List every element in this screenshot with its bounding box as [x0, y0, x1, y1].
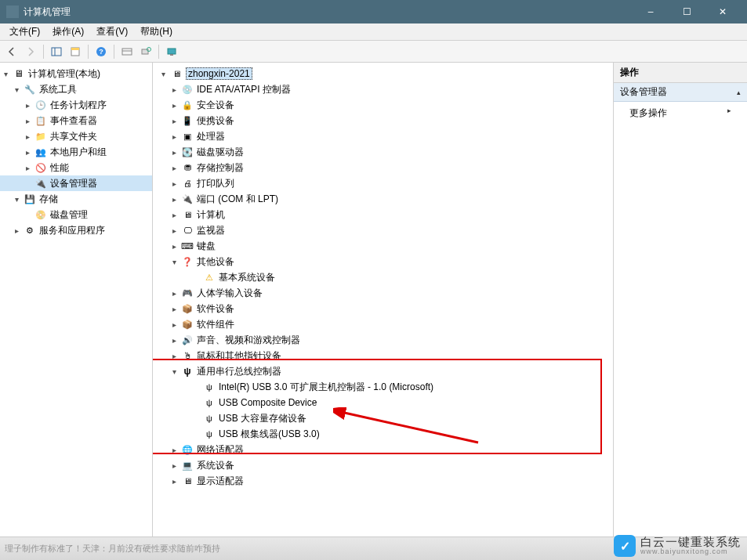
dev-computers[interactable]: ▸计算机	[153, 207, 613, 222]
menu-help[interactable]: 帮助(H)	[134, 23, 179, 40]
ide-icon	[181, 83, 194, 96]
show-hide-tree-button[interactable]	[48, 43, 65, 60]
window-title: 计算机管理	[24, 5, 633, 19]
action-more-actions[interactable]: 更多操作 ▸	[614, 102, 747, 125]
dev-portable[interactable]: ▸便携设备	[153, 113, 613, 128]
dev-keyboards[interactable]: ▸键盘	[153, 238, 613, 254]
tree-task-scheduler[interactable]: ▸任务计划程序	[0, 97, 152, 113]
usb-device-icon	[203, 381, 216, 393]
tree-disk-management[interactable]: ▸磁盘管理	[0, 207, 152, 222]
properties-button[interactable]	[67, 43, 84, 60]
actions-section-label: 设备管理器	[620, 85, 667, 99]
disk-icon	[34, 208, 47, 221]
back-button[interactable]	[3, 43, 20, 60]
dev-monitors[interactable]: ▸监视器	[153, 222, 613, 238]
actions-section-device-manager[interactable]: 设备管理器 ▴	[614, 83, 747, 102]
dev-other-devices[interactable]: ▾其他设备	[153, 254, 613, 269]
computer-icon	[181, 208, 194, 221]
menu-action[interactable]: 操作(A)	[46, 23, 90, 40]
security-icon	[181, 99, 194, 111]
dev-usb-controllers[interactable]: ▾通用串行总线控制器	[153, 363, 613, 379]
usb-device-icon	[203, 428, 216, 440]
folder-icon	[34, 130, 47, 143]
other-devices-icon	[181, 255, 194, 268]
console-tree-panel: ▾计算机管理(本地) ▾系统工具 ▸任务计划程序 ▸事件查看器 ▸共享文件夹 ▸…	[0, 63, 153, 537]
system-device-icon	[181, 459, 194, 471]
users-icon	[34, 146, 47, 158]
storage-icon	[24, 193, 36, 205]
dev-basic-system-device[interactable]: 基本系统设备	[153, 269, 613, 285]
storage-ctrl-icon	[181, 161, 194, 174]
tree-storage[interactable]: ▾存储	[0, 191, 152, 207]
dev-system-devices[interactable]: ▸系统设备	[153, 457, 613, 473]
view-button[interactable]	[118, 43, 136, 60]
display-icon	[181, 475, 194, 487]
dev-software-devices[interactable]: ▸软件设备	[153, 301, 613, 316]
tree-device-manager[interactable]: ▸设备管理器	[0, 175, 152, 191]
device-tree[interactable]: ▾zhongxin-2021 ▸IDE ATA/ATAPI 控制器 ▸安全设备 …	[153, 66, 613, 489]
dev-sound[interactable]: ▸声音、视频和游戏控制器	[153, 332, 613, 348]
tree-shared-folders[interactable]: ▸共享文件夹	[0, 128, 152, 144]
menu-view[interactable]: 查看(V)	[90, 23, 134, 40]
svg-rect-0	[52, 48, 61, 56]
portable-icon	[181, 114, 194, 127]
console-tree[interactable]: ▾计算机管理(本地) ▾系统工具 ▸任务计划程序 ▸事件查看器 ▸共享文件夹 ▸…	[0, 66, 152, 238]
maximize-button[interactable]: ☐	[669, 0, 705, 23]
forward-button[interactable]	[22, 43, 39, 60]
tree-event-viewer[interactable]: ▸事件查看器	[0, 113, 152, 128]
toolbar-separator	[43, 45, 44, 59]
help-button[interactable]: ?	[92, 43, 110, 60]
dev-network-adapters[interactable]: ▸网络适配器	[153, 442, 613, 457]
toolbar-separator-3	[114, 45, 114, 59]
watermark-url: www.baiyunxitong.com	[640, 548, 741, 556]
minimize-button[interactable]: –	[633, 0, 669, 23]
dev-ide[interactable]: ▸IDE ATA/ATAPI 控制器	[153, 81, 613, 97]
network-icon	[181, 443, 194, 456]
clock-icon	[34, 99, 47, 111]
dev-software-components[interactable]: ▸软件组件	[153, 316, 613, 332]
dev-print-queues[interactable]: ▸打印队列	[153, 175, 613, 191]
dev-security[interactable]: ▸安全设备	[153, 97, 613, 113]
printer-icon	[181, 177, 194, 190]
toolbar-separator-4	[158, 45, 159, 59]
drive-icon	[181, 146, 194, 158]
dev-ports[interactable]: ▸端口 (COM 和 LPT)	[153, 191, 613, 207]
dev-storage-controllers[interactable]: ▸存储控制器	[153, 160, 613, 175]
main-content: ▾计算机管理(本地) ▾系统工具 ▸任务计划程序 ▸事件查看器 ▸共享文件夹 ▸…	[0, 63, 747, 537]
keyboard-icon	[181, 240, 194, 252]
tree-root-computer-management[interactable]: ▾计算机管理(本地)	[0, 66, 152, 81]
dev-disk-drives[interactable]: ▸磁盘驱动器	[153, 144, 613, 160]
unknown-device-icon	[203, 271, 216, 284]
dev-display-adapters[interactable]: ▸显示适配器	[153, 473, 613, 489]
dev-usb-root-hub[interactable]: USB 根集线器(USB 3.0)	[153, 426, 613, 442]
wrench-icon	[24, 83, 36, 96]
pc-icon	[170, 67, 183, 80]
dev-mice[interactable]: ▸鼠标和其他指针设备	[153, 348, 613, 363]
usb-device-icon	[203, 396, 216, 409]
sound-icon	[181, 334, 194, 346]
dev-usb-intel[interactable]: Intel(R) USB 3.0 可扩展主机控制器 - 1.0 (Microso…	[153, 379, 613, 395]
watermark-logo-icon: ✓	[614, 535, 636, 557]
close-button[interactable]: ✕	[705, 0, 741, 23]
hid-icon	[181, 287, 194, 299]
dev-hid[interactable]: ▸人体学输入设备	[153, 285, 613, 301]
tree-services-apps[interactable]: ▸服务和应用程序	[0, 222, 152, 238]
chevron-up-icon: ▴	[737, 89, 741, 96]
monitor-device-button[interactable]	[163, 43, 180, 60]
app-icon	[6, 5, 19, 18]
dev-usb-composite[interactable]: USB Composite Device	[153, 395, 613, 410]
tree-system-tools[interactable]: ▾系统工具	[0, 81, 152, 97]
svg-rect-3	[71, 48, 79, 50]
monitor-icon	[181, 224, 194, 237]
svg-text:?: ?	[99, 48, 103, 56]
tree-local-users[interactable]: ▸本地用户和组	[0, 144, 152, 160]
dev-usb-mass-storage[interactable]: USB 大容量存储设备	[153, 410, 613, 426]
event-viewer-icon	[34, 114, 47, 127]
tree-performance[interactable]: ▸性能	[0, 160, 152, 175]
dev-processors[interactable]: ▸处理器	[153, 128, 613, 144]
menu-file[interactable]: 文件(F)	[3, 23, 46, 40]
dev-root[interactable]: ▾zhongxin-2021	[153, 66, 613, 81]
scan-hardware-button[interactable]	[137, 43, 154, 60]
status-text: 理子制作有标准了！天津：月前没有硬性要求随前咋预持	[0, 543, 220, 555]
software-component-icon	[181, 318, 194, 331]
